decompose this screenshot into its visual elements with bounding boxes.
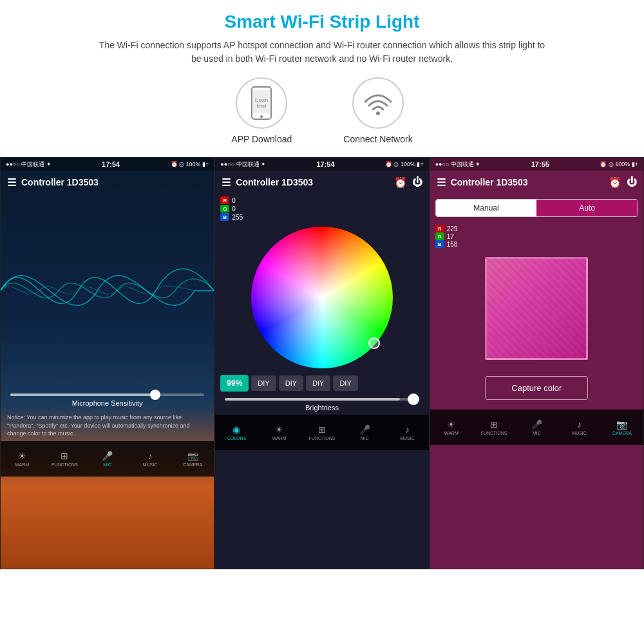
phone-download-icon: Down load [249, 86, 274, 121]
nav-mic-1[interactable]: 🎤 MIC [86, 441, 129, 477]
controller-title-2: Controller 1D3503 [236, 177, 388, 187]
g-value-2: 0 [232, 205, 236, 213]
sensitivity-label: Microphone Sensitivity [10, 399, 204, 407]
color-wheel-wrapper[interactable] [215, 223, 428, 372]
sensitivity-container: Microphone Sensitivity [1, 387, 214, 410]
rgb-row-g-2: G 0 [220, 205, 423, 213]
menu-icon-1[interactable]: ☰ [7, 176, 16, 189]
header-bar-3: ☰ Controller 1D3503 ⏰ ⏻ [430, 171, 643, 194]
nav-warm-1[interactable]: ☀ WARM [1, 441, 43, 477]
status-right-1: ⏰ ◎ 100% ▮+ [171, 161, 209, 167]
nav-mic-3[interactable]: 🎤 MIC [515, 410, 558, 445]
power-icon-3[interactable]: ⏻ [627, 176, 637, 189]
page-subtitle: The Wi-Fi connection supports AP hotspot… [97, 39, 547, 66]
rgb-display-2: R 0 G 0 B 255 [215, 194, 428, 223]
feature-icons-row: Down load APP Download Connect Network [39, 77, 605, 144]
header-bar-1: ☰ Controller 1D3503 [1, 171, 214, 194]
preset-diy-1[interactable]: DIY [251, 375, 276, 391]
status-left-1: ●●○○ 中国联通 ✦ [6, 160, 52, 169]
brightness-slider[interactable]: Brightness [215, 395, 428, 415]
r-value-3: 229 [447, 225, 458, 232]
nav-label-camera-3: CAMERA [612, 431, 632, 435]
nav-label-music-1: MUSIC [143, 462, 158, 467]
nav-label-colors-2: COLORS [227, 436, 247, 440]
header-bar-2: ☰ Controller 1D3503 ⏰ ⏻ [215, 171, 428, 194]
nav-music-2[interactable]: ♪ MUSIC [386, 415, 428, 450]
mic-nav-icon-1: 🎤 [102, 451, 113, 461]
alarm-icon-2[interactable]: ⏰ [394, 176, 407, 189]
status-center-3: 17:55 [531, 160, 549, 168]
nav-warm-2[interactable]: ☀ WARM [258, 415, 301, 450]
nav-functions-3[interactable]: ⊞ FUNCTIONS [473, 410, 515, 445]
nav-mic-2[interactable]: 🎤 MIC [343, 415, 386, 450]
nav-camera-1[interactable]: 📷 CAMERA [171, 441, 214, 477]
brightness-track[interactable] [225, 398, 419, 401]
nav-camera-3[interactable]: 📷 CAMERA [601, 410, 643, 445]
alarm-icon-3[interactable]: ⏰ [609, 176, 621, 189]
connect-network-item: Connect Network [343, 77, 412, 144]
status-right-3: ⏰ ◎ 100% ▮+ [600, 161, 638, 167]
power-icon-2[interactable]: ⏻ [412, 176, 422, 189]
status-center-1: 17:54 [102, 160, 120, 168]
nav-label-music-2: MUSIC [400, 436, 415, 440]
preset-active[interactable]: 99% [220, 375, 249, 392]
status-right-2: ⏰ ◎ 100% ▮+ [385, 161, 424, 167]
preset-diy-2[interactable]: DIY [279, 375, 303, 391]
rgb-row-g-3: G 17 [435, 232, 638, 240]
g-value-3: 17 [447, 233, 454, 240]
mic-nav-icon-3: 🎤 [531, 419, 542, 430]
svg-text:load: load [257, 103, 267, 109]
rgb-capture-display: R 229 G 17 B 158 [430, 222, 643, 251]
functions-icon-2: ⊞ [318, 424, 326, 435]
wheel-cursor[interactable] [368, 337, 380, 349]
brightness-thumb[interactable] [408, 393, 419, 405]
r-badge-2: R [220, 196, 229, 204]
app-download-icon-circle: Down load [236, 77, 287, 129]
nav-colors-2[interactable]: ◉ COLORS [215, 415, 258, 450]
status-bar-2: ●●○○ 中国联通 ✦ 17:54 ⏰ ◎ 100% ▮+ [215, 158, 428, 171]
nav-label-functions-3: FUNCTIONS [481, 431, 507, 435]
preset-diy-4[interactable]: DIY [333, 375, 357, 391]
functions-icon-1: ⊞ [61, 451, 68, 461]
b-badge-2: B [220, 213, 229, 221]
phone-screen-camera: ●●○○ 中国联通 ✦ 17:55 ⏰ ◎ 100% ▮+ ☰ Controll… [430, 157, 644, 569]
r-value-2: 0 [232, 197, 236, 204]
capture-color-button[interactable]: Capture color [485, 376, 588, 400]
rgb-row-b-3: B 158 [435, 240, 638, 248]
svg-point-4 [260, 115, 263, 118]
color-wheel[interactable] [251, 227, 393, 368]
nav-music-3[interactable]: ♪ MUSIC [558, 410, 600, 445]
connect-network-label: Connect Network [343, 134, 412, 144]
nav-functions-2[interactable]: ⊞ FUNCTIONS [301, 415, 343, 450]
sensitivity-slider-track[interactable] [10, 393, 204, 396]
mic-icon-2: 🎤 [359, 424, 370, 435]
status-bar-1: ●●○○ 中国联通 ✦ 17:54 ⏰ ◎ 100% ▮+ [1, 158, 214, 171]
page-title: Smart Wi-Fi Strip Light [39, 12, 605, 32]
b-value-2: 255 [232, 214, 243, 221]
phones-row: ●●○○ 中国联通 ✦ 17:54 ⏰ ◎ 100% ▮+ ☰ Controll… [0, 157, 644, 569]
camera-icon-1: 📷 [187, 451, 198, 461]
svg-point-5 [376, 111, 380, 115]
nav-label-camera-1: CAMERA [183, 462, 202, 467]
nav-label-warm-3: WARM [444, 431, 459, 435]
manual-auto-tabs: Manual Auto [435, 199, 638, 217]
tab-auto[interactable]: Auto [536, 200, 638, 216]
notice-text: Notice: You can minimize the app to play… [1, 410, 214, 441]
wifi-icon [362, 90, 394, 116]
nav-label-warm-2: WARM [272, 436, 287, 440]
b-value-3: 158 [447, 241, 458, 248]
r-badge-3: R [435, 225, 444, 232]
preset-diy-3[interactable]: DIY [306, 375, 330, 391]
status-center-2: 17:54 [316, 160, 334, 168]
top-section: Smart Wi-Fi Strip Light The Wi-Fi connec… [0, 0, 644, 157]
nav-functions-1[interactable]: ⊞ FUNCTIONS [43, 441, 86, 477]
nav-music-1[interactable]: ♪ MUSIC [129, 441, 171, 477]
capture-image-container [430, 251, 643, 366]
status-left-3: ●●○○ 中国联通 ✦ [435, 160, 481, 169]
brightness-presets: 99% DIY DIY DIY DIY [215, 372, 428, 395]
menu-icon-2[interactable]: ☰ [222, 176, 231, 189]
tab-manual[interactable]: Manual [436, 200, 537, 216]
app-download-item: Down load APP Download [231, 77, 292, 144]
menu-icon-3[interactable]: ☰ [437, 176, 446, 189]
nav-warm-3[interactable]: ☀ WARM [430, 410, 473, 445]
